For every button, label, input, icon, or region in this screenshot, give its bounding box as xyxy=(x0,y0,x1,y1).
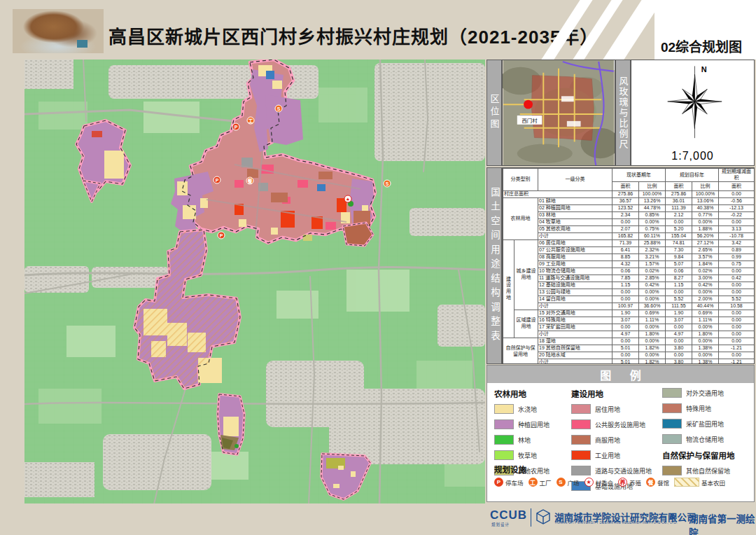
table-cell: 100.97 xyxy=(612,303,639,310)
table-cell: 40.38% xyxy=(692,204,719,211)
legend-item: 种植园用地 xyxy=(494,419,566,429)
map-facility-marker-glyph: S xyxy=(386,181,389,186)
table-cell: 村庄总面积 xyxy=(503,190,612,197)
table-cell: 0.99 xyxy=(719,253,755,260)
table-cell: 13.26% xyxy=(639,197,666,204)
legend-swatch xyxy=(662,434,682,444)
legend-item: 居住用地 xyxy=(571,404,676,414)
footer-divider xyxy=(531,508,531,527)
table-cell: 3.57% xyxy=(692,253,719,260)
table-cell: 3.42 xyxy=(719,239,755,246)
plan-sheet: 高昌区新城片区西门村乡村振兴村庄规划（2021-2035年） 02综合规划图 xyxy=(0,0,756,535)
facility-label: 工厂 xyxy=(540,478,552,487)
legend-swatch xyxy=(494,404,514,414)
ccub-logo: CCUB xyxy=(490,508,527,522)
facility-item: 基本农田 xyxy=(674,478,725,487)
legend-title: 图 例 xyxy=(487,366,754,383)
table-cell: -1.21 xyxy=(719,345,755,352)
legend-item-label: 林地 xyxy=(518,436,531,445)
table-cell: 0.02% xyxy=(639,268,666,275)
table-cell: 0.00% xyxy=(692,218,719,225)
map-facility-marker-glyph: S xyxy=(277,106,281,111)
table-cell: 5.07 xyxy=(666,260,692,268)
table-cell: 0.00 xyxy=(666,218,692,225)
table-row: 小计165.8260.11%155.0456.20%-10.78 xyxy=(503,232,755,239)
table-header-row: 分类型别一级分类现状基期年规划目标年规划期增减面积 xyxy=(503,169,755,182)
table-cell: 10.58 xyxy=(719,303,755,310)
table-row: 11 道路与交通设施用地7.852.85%8.273.00%0.42 xyxy=(503,275,755,282)
legend-group-name: 农林用地 xyxy=(494,388,566,399)
table-cell: 0.42% xyxy=(639,282,666,289)
table-cell: 04 牧草地 xyxy=(538,218,612,225)
table-cell: 0.00 xyxy=(612,324,639,331)
table-cell: 74.81 xyxy=(666,239,692,246)
facility-icon: P xyxy=(494,478,503,487)
tab-landuse-table: 国土空间用途结构调整表 xyxy=(486,167,502,364)
legend-group-name: 自然保护与保留用地 xyxy=(662,450,750,461)
table-cell: 07 公共服务设施用地 xyxy=(538,246,612,253)
table-cell: 275.86 xyxy=(666,190,692,197)
map-facility-marker-glyph: P xyxy=(216,178,219,183)
table-cell: 比例 xyxy=(639,181,666,190)
table-cell: 0.00 xyxy=(719,268,755,275)
legend-item-label: 居住用地 xyxy=(595,405,620,414)
table-cell: 3.07 xyxy=(666,317,692,324)
table-cell: 0.77% xyxy=(692,211,719,218)
table-cell: 02 种植园用地 xyxy=(538,204,612,211)
table-row: 小计4.971.80%4.971.80%0.00 xyxy=(503,331,755,338)
tab-wind-rose: 风玫瑰与比例尺 xyxy=(615,60,631,166)
table-cell: 5.01 xyxy=(612,345,639,352)
table-cell: 1.57% xyxy=(639,260,666,268)
table-cell: 5.52 xyxy=(666,296,692,303)
table-row: 10 物流仓储用地0.060.02%0.060.02%0.00 xyxy=(503,268,755,275)
facility-label: 村委会 xyxy=(596,478,614,487)
table-cell: 规划目标年 xyxy=(666,169,719,182)
table-cell: 0.00% xyxy=(692,324,719,331)
table-cell: 71.39 xyxy=(612,239,639,246)
table-cell: 小计 xyxy=(538,303,612,310)
table-cell: 7.30 xyxy=(666,246,692,253)
table-row: 16 特殊用地3.071.11%3.071.11%0.00 xyxy=(503,317,755,324)
table-cell: 2.34 xyxy=(612,211,639,218)
zone-east-special xyxy=(343,223,373,246)
table-cell: 0.00 xyxy=(612,289,639,296)
table-cell: 0.00% xyxy=(692,352,719,359)
table-cell: 区域建设用地 xyxy=(514,310,538,338)
table-cell: 44.78% xyxy=(639,204,666,211)
table-cell: 1.90 xyxy=(612,310,639,317)
legend-item-label: 工业用地 xyxy=(595,451,620,460)
table-cell: 5.01 xyxy=(612,359,639,364)
table-cell: 100.00% xyxy=(639,190,666,197)
table-cell: 1.84% xyxy=(692,260,719,268)
tab-location-map: 区位图 xyxy=(486,60,502,166)
table-cell: 0.75 xyxy=(719,260,755,268)
landuse-table-panel: 分类型别一级分类现状基期年规划目标年规划期增减面积面积比例面积比例面积村庄总面积… xyxy=(502,167,755,364)
table-cell: 0.00 xyxy=(612,218,639,225)
table-row: 自然保护与保留用地18 湿地0.000.00%0.000.00%0.00 xyxy=(503,338,755,345)
table-cell: 4.97 xyxy=(612,331,639,338)
table-cell: 城乡建设用地 xyxy=(514,239,538,310)
ampersand: & xyxy=(669,511,676,522)
legend-swatch xyxy=(662,403,682,413)
table-row: 农林用地01 耕地36.5713.26%36.0113.06%-0.56 xyxy=(503,197,755,204)
table-cell: 05 其他农用地 xyxy=(538,225,612,232)
table-cell: 09 工业用地 xyxy=(538,260,612,268)
table-cell: 自然保护与保留用地 xyxy=(503,338,538,364)
table-row: 村庄总面积275.86100.00%275.86100.00%0.00 xyxy=(503,190,755,197)
map-facility-marker-glyph: 工 xyxy=(248,118,253,123)
table-cell: 2.85% xyxy=(639,275,666,282)
table-cell: 11 道路与交通设施用地 xyxy=(538,275,612,282)
table-cell: 36.01 xyxy=(666,197,692,204)
table-cell: 0.00% xyxy=(639,352,666,359)
legend-column-3: 对外交通用地特殊用地采矿盐田用地物流仓储用地自然保护与保留用地其他自然保留地 xyxy=(662,388,750,481)
table-cell: 03 林地 xyxy=(538,211,612,218)
table-cell: 2.32% xyxy=(639,246,666,253)
table-cell: 165.82 xyxy=(612,232,639,239)
table-cell: 1.11% xyxy=(639,317,666,324)
legend-item: 道路与交通设施用地 xyxy=(571,466,676,475)
legend-swatch xyxy=(662,466,682,475)
cube-logo-icon xyxy=(535,508,552,525)
map-facility-marker-glyph: P xyxy=(234,125,238,130)
table-cell: 0.89 xyxy=(719,246,755,253)
table-cell: 面积 xyxy=(666,181,692,190)
